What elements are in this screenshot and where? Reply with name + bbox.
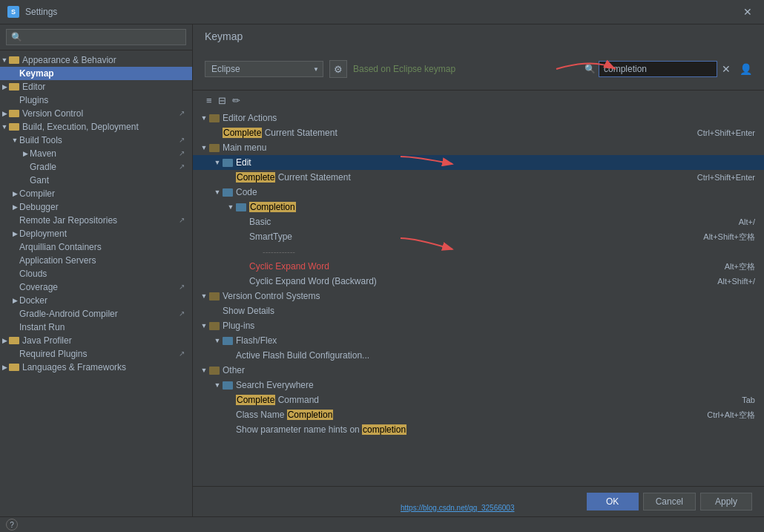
expand-all-icon[interactable]: ⊟ (217, 93, 228, 108)
sidebar: ▼Appearance & BehaviorKeymap▶EditorPlugi… (0, 24, 193, 516)
sidebar-item-versioncontrol[interactable]: ▶Version Control↗ (0, 107, 192, 120)
separator-line: ------------ (263, 247, 295, 256)
sidebar-item-arquillian[interactable]: Arquillian Containers (0, 240, 192, 254)
sidebar-item-coverage[interactable]: Coverage↗ (0, 280, 192, 294)
sidebar-item-deployment[interactable]: ▶Deployment (0, 227, 192, 240)
kt-section-flash-flex[interactable]: ▼Flash/Flex (193, 333, 764, 348)
kt-expand-arrow: ▼ (212, 159, 223, 166)
title-bar: S Settings ✕ (0, 0, 764, 24)
window-title: Settings (25, 7, 733, 17)
kt-section-vcs-section[interactable]: ▼Version Control Systems (193, 289, 764, 303)
kt-leaf-complete-current-1[interactable]: Complete Current StatementCtrl+Shift+Ent… (193, 125, 764, 140)
close-button[interactable]: ✕ (739, 4, 757, 19)
bottom-link[interactable]: https://blog.csdn.net/qq_32566003 (401, 504, 514, 512)
sidebar-search-area (0, 24, 192, 50)
sidebar-item-docker[interactable]: ▶Docker (0, 294, 192, 307)
sidebar-item-gradle-android[interactable]: Gradle-Android Compiler↗ (0, 307, 192, 321)
kt-leaf-active-flash[interactable]: Active Flash Build Configuration... (193, 348, 764, 363)
sidebar-item-languages-frameworks[interactable]: ▶Languages & Frameworks (0, 361, 192, 374)
keymap-scheme-select[interactable]: Eclipse (205, 61, 323, 77)
panel-header: Keymap (193, 24, 764, 51)
kt-leaf-smarttype[interactable]: SmartTypeAlt+Shift+空格 (193, 229, 764, 244)
sidebar-item-java-profiler[interactable]: ▶Java Profiler (0, 334, 192, 347)
kt-leaf-show-param-hints[interactable]: Show parameter name hints on completion (193, 422, 764, 437)
sidebar-item-plugins[interactable]: Plugins (0, 93, 192, 107)
kt-section-label: Flash/Flex (236, 335, 764, 346)
kt-leaf-show-details[interactable]: Show Details (193, 303, 764, 318)
export-icon: ↗ (179, 309, 188, 318)
sidebar-search-input[interactable] (6, 29, 186, 45)
keymap-tree: ▼Editor ActionsComplete Current Statemen… (193, 111, 764, 486)
sidebar-item-label: Debugger (19, 202, 59, 212)
keymap-scheme-wrapper: Eclipse ▼ (205, 61, 323, 77)
kt-shortcut: Alt+Shift+空格 (703, 231, 755, 243)
kt-expand-arrow: ▼ (199, 144, 209, 151)
sidebar-item-gradle[interactable]: Gradle↗ (0, 160, 192, 174)
apply-button[interactable]: Apply (700, 493, 752, 510)
expand-arrow: ▼ (10, 137, 19, 144)
kt-leaf-basic[interactable]: BasicAlt+/ (193, 214, 764, 229)
sidebar-item-label: Instant Run (19, 322, 65, 332)
sidebar-item-appearance[interactable]: ▼Appearance & Behavior (0, 53, 192, 67)
folder-icon (9, 364, 19, 371)
sidebar-item-debugger[interactable]: ▶Debugger (0, 200, 192, 214)
kt-section-editor-actions[interactable]: ▼Editor Actions (193, 111, 764, 125)
kt-expand-arrow: ▼ (212, 188, 223, 196)
sidebar-item-instant-run[interactable]: Instant Run (0, 321, 192, 334)
kt-section-completion-section[interactable]: ▼Completion (193, 200, 764, 214)
kt-section-plugins-section[interactable]: ▼Plug-ins (193, 318, 764, 333)
kt-leaf-cyclic-expand-back[interactable]: Cyclic Expand Word (Backward)Alt+Shift+/ (193, 274, 764, 289)
kt-leaf-cyclic-expand[interactable]: Cyclic Expand WordAlt+空格 (193, 259, 764, 274)
cancel-button[interactable]: Cancel (643, 493, 696, 510)
keymap-based-text: Based on Eclipse keymap (353, 64, 543, 74)
kt-leaf-complete-command[interactable]: Complete CommandTab (193, 393, 764, 407)
kt-leaf-label: Basic (249, 217, 739, 227)
sidebar-item-gant[interactable]: Gant (0, 174, 192, 187)
sidebar-item-keymap[interactable]: Keymap (0, 67, 192, 80)
sidebar-item-remote-jar-repositories[interactable]: Remote Jar Repositories↗ (0, 214, 192, 227)
edit-icon[interactable]: ✏ (231, 93, 242, 108)
kt-section-other-section[interactable]: ▼Other (193, 363, 764, 378)
kt-expand-arrow: ▼ (225, 203, 236, 211)
ok-button[interactable]: OK (587, 493, 639, 510)
sidebar-item-build-tools[interactable]: ▼Build Tools↗ (0, 134, 192, 147)
kt-section-label: Edit (236, 157, 764, 168)
kt-section-edit-section[interactable]: ▼Edit (193, 155, 764, 170)
kt-leaf-complete-current-2[interactable]: Complete Current StatementCtrl+Shift+Ent… (193, 170, 764, 185)
kt-section-search-everywhere[interactable]: ▼Search Everywhere (193, 378, 764, 393)
folder-icon (209, 292, 220, 301)
expand-arrow: ▶ (10, 203, 19, 211)
kt-section-label: Main menu (223, 142, 764, 153)
find-usages-icon[interactable]: 👤 (740, 63, 752, 75)
sidebar-item-label: Application Servers (19, 255, 96, 266)
kt-leaf-label: Show parameter name hints on completion (236, 424, 764, 435)
kt-leaf-label: Complete Command (236, 395, 742, 405)
sidebar-item-label: Deployment (19, 229, 67, 239)
kt-section-main-menu[interactable]: ▼Main menu (193, 140, 764, 155)
kt-leaf-label: Class Name Completion (236, 410, 707, 420)
kt-leaf-class-name-completion[interactable]: Class Name CompletionCtrl+Alt+空格 (193, 407, 764, 422)
sidebar-item-required-plugins[interactable]: Required Plugins↗ (0, 347, 192, 361)
sidebar-item-editor[interactable]: ▶Editor (0, 80, 192, 93)
sidebar-item-clouds[interactable]: Clouds (0, 267, 192, 280)
folder-icon (9, 83, 19, 91)
folder-icon (9, 123, 19, 131)
toolbar-row: ≡ ⊟ ✏ (193, 91, 764, 111)
collapse-all-icon[interactable]: ≡ (205, 93, 214, 108)
sidebar-item-label: Clouds (19, 269, 47, 279)
sidebar-item-label: Build Tools (19, 135, 62, 145)
sidebar-item-label: Remote Jar Repositories (19, 215, 117, 226)
sidebar-item-compiler[interactable]: ▶Compiler (0, 187, 192, 200)
sidebar-item-label: Version Control (22, 108, 83, 119)
sidebar-item-application-servers[interactable]: Application Servers (0, 254, 192, 267)
sidebar-item-label: Maven (30, 148, 56, 159)
gear-button[interactable]: ⚙ (329, 60, 347, 78)
kt-expand-arrow: ▼ (212, 337, 223, 344)
help-icon[interactable]: ? (6, 519, 18, 531)
kt-section-label: Code (236, 187, 764, 197)
search-clear-icon[interactable]: ✕ (722, 63, 731, 75)
expand-arrow: ▶ (10, 297, 19, 304)
sidebar-item-maven[interactable]: ▶Maven↗ (0, 147, 192, 160)
kt-section-code-section[interactable]: ▼Code (193, 185, 764, 200)
sidebar-item-build-execution-deployment[interactable]: ▼Build, Execution, Deployment (0, 120, 192, 134)
